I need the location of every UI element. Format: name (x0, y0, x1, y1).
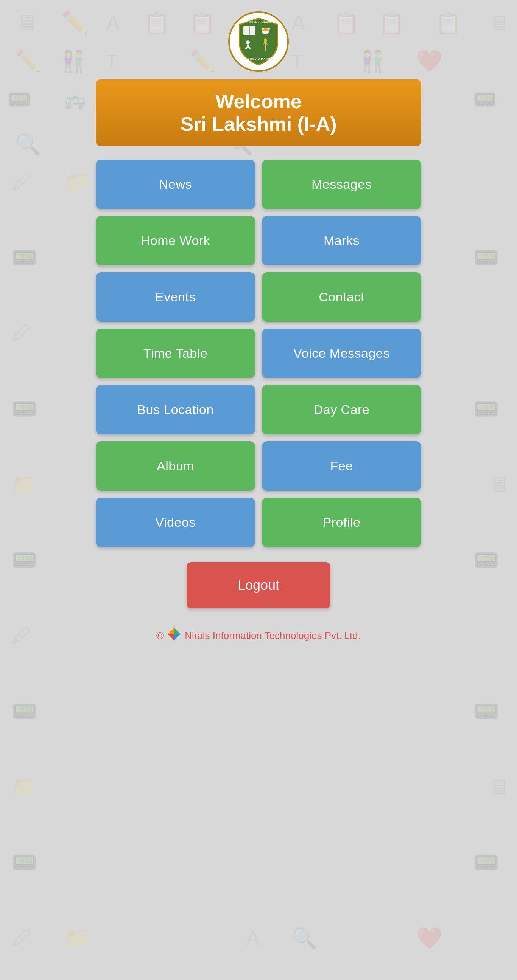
marks-button[interactable]: Marks (262, 216, 421, 266)
svg-text:❤️: ❤️ (416, 926, 442, 950)
nirals-logo-icon (167, 627, 181, 644)
svg-text:SHIKKSHA VIDHYA MANDIR: SHIKKSHA VIDHYA MANDIR (239, 57, 279, 60)
button-grid: News Messages Home Work Marks Events Con… (96, 159, 421, 547)
svg-text:📁: 📁 (11, 775, 37, 799)
logo-circle: SHIKKSHA VIDHYA MANDIR A TEMPLE OF WISDO… (228, 11, 289, 72)
events-button[interactable]: Events (96, 272, 255, 322)
buslocation-button[interactable]: Bus Location (96, 385, 255, 434)
svg-text:📟: 📟 (11, 699, 37, 724)
logout-button[interactable]: Logout (187, 562, 330, 608)
videos-button[interactable]: Videos (96, 498, 255, 547)
contact-button[interactable]: Contact (262, 272, 421, 322)
daycare-button[interactable]: Day Care (262, 385, 421, 434)
school-logo-svg: SHIKKSHA VIDHYA MANDIR A TEMPLE OF WISDO… (232, 15, 285, 68)
company-name: Nirals Information Technologies Pvt. Ltd… (185, 630, 361, 642)
footer: © Nirals Information Technologies Pvt. L… (156, 627, 361, 644)
fee-button[interactable]: Fee (262, 441, 421, 491)
student-name: Sri Lakshmi (I-A) (103, 113, 414, 135)
messages-button[interactable]: Messages (262, 159, 421, 209)
svg-text:📟: 📟 (473, 699, 499, 724)
svg-text:📟: 📟 (473, 850, 499, 875)
svg-text:🖊: 🖊 (11, 926, 32, 950)
logo-container: SHIKKSHA VIDHYA MANDIR A TEMPLE OF WISDO… (228, 11, 289, 72)
timetable-button[interactable]: Time Table (96, 329, 255, 378)
copyright-symbol: © (156, 630, 163, 642)
album-button[interactable]: Album (96, 441, 255, 491)
svg-text:A TEMPLE OF WISDOM: A TEMPLE OF WISDOM (245, 21, 272, 23)
news-button[interactable]: News (96, 159, 255, 209)
svg-text:📟: 📟 (11, 850, 37, 875)
svg-text:🖥: 🖥 (488, 775, 509, 799)
main-content: SHIKKSHA VIDHYA MANDIR A TEMPLE OF WISDO… (0, 0, 517, 667)
welcome-line1: Welcome (103, 90, 414, 113)
welcome-banner: Welcome Sri Lakshmi (I-A) (96, 80, 421, 146)
homework-button[interactable]: Home Work (96, 216, 255, 266)
svg-text:A: A (246, 926, 260, 950)
svg-text:🔍: 🔍 (291, 926, 318, 950)
svg-point-54 (246, 40, 250, 44)
profile-button[interactable]: Profile (262, 498, 421, 547)
voicemessages-button[interactable]: Voice Messages (262, 329, 421, 378)
svg-text:📁: 📁 (64, 926, 91, 950)
